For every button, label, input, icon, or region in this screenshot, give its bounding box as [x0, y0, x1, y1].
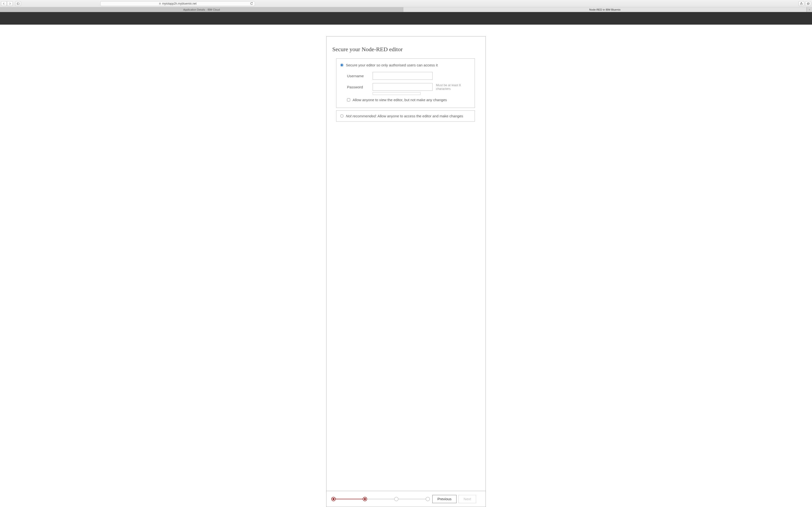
step-dot-3 — [394, 497, 399, 501]
tabs-overview-button[interactable] — [805, 1, 811, 6]
address-bar[interactable]: myiotapp2h.mybluemix.net — [100, 1, 255, 6]
browser-toolbar: myiotapp2h.mybluemix.net — [0, 0, 812, 7]
password-hint: Must be at least 8 characters — [434, 83, 471, 91]
option-open-box: Not recommended: Allow anyone to access … — [336, 110, 475, 122]
sidebar-toggle-button[interactable] — [15, 1, 21, 6]
option-open-prefix: Not recommended: — [346, 114, 377, 118]
chevron-left-icon — [2, 2, 5, 5]
share-button[interactable] — [799, 1, 804, 6]
option-open-label: Allow anyone to access the editor and ma… — [377, 114, 463, 118]
option-secure-radio[interactable] — [340, 63, 343, 67]
username-input[interactable] — [373, 72, 433, 80]
wizard-panel: Secure your Node-RED editor Secure your … — [326, 36, 486, 507]
option-secure-label: Secure your editor so only authorised us… — [346, 63, 438, 67]
wizard-stepper — [331, 497, 430, 501]
allow-readonly-row[interactable]: Allow anyone to view the editor, but not… — [347, 98, 471, 102]
password-strength-meter — [373, 92, 420, 95]
svg-rect-2 — [159, 3, 160, 4]
tab-bar: Application Details - IBM Cloud Node-RED… — [0, 7, 812, 12]
svg-rect-0 — [17, 3, 19, 5]
password-input[interactable] — [373, 83, 433, 91]
allow-readonly-label: Allow anyone to view the editor, but not… — [353, 98, 447, 102]
tabs-icon — [807, 2, 810, 5]
step-dot-2 — [363, 497, 367, 501]
tab-application-details[interactable]: Application Details - IBM Cloud — [0, 7, 403, 12]
previous-button[interactable]: Previous — [433, 495, 457, 503]
next-button[interactable]: Next — [458, 495, 476, 503]
reload-icon — [250, 2, 253, 5]
toolbar-right-buttons — [799, 1, 811, 6]
step-dot-1 — [331, 497, 336, 501]
lock-icon — [159, 2, 161, 5]
password-label: Password — [347, 85, 371, 89]
stepper-progress — [334, 499, 365, 499]
forward-button[interactable] — [7, 1, 13, 6]
option-secure-radiorow[interactable]: Secure your editor so only authorised us… — [340, 63, 471, 67]
allow-readonly-checkbox[interactable] — [347, 98, 350, 101]
option-open-radio[interactable] — [340, 114, 343, 118]
wizard-body: Secure your Node-RED editor Secure your … — [326, 37, 486, 491]
tab-label: Application Details - IBM Cloud — [183, 8, 220, 11]
wizard-footer: Previous Next — [326, 491, 486, 507]
credentials-form: Username Password Must be at least 8 cha… — [347, 72, 471, 95]
new-tab-button[interactable]: + — [807, 7, 812, 12]
back-button[interactable] — [1, 1, 7, 6]
nav-buttons — [1, 1, 13, 6]
app-header-band — [0, 12, 812, 24]
share-icon — [800, 2, 803, 5]
sidebar-icon — [17, 2, 19, 5]
plus-icon: + — [809, 8, 810, 11]
page-content: Secure your Node-RED editor Secure your … — [0, 24, 812, 507]
option-open-radiorow[interactable]: Not recommended: Allow anyone to access … — [340, 114, 471, 118]
wizard-title: Secure your Node-RED editor — [332, 46, 480, 53]
chevron-right-icon — [8, 2, 11, 5]
tab-label: Node-RED in IBM Bluemix — [589, 8, 621, 11]
step-dot-4 — [425, 497, 430, 501]
option-secure-box: Secure your editor so only authorised us… — [336, 58, 475, 108]
option-open-text: Not recommended: Allow anyone to access … — [346, 114, 463, 118]
url-host: myiotapp2h.mybluemix.net — [162, 2, 197, 5]
reload-button[interactable] — [250, 2, 253, 6]
username-label: Username — [347, 74, 371, 78]
tab-node-red[interactable]: Node-RED in IBM Bluemix — [403, 7, 807, 12]
